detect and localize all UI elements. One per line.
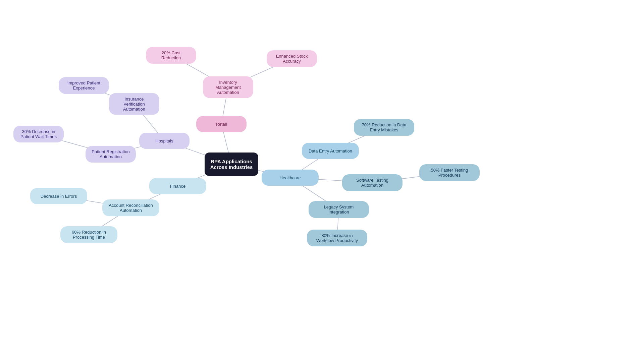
node-data_entry: Data Entry Automation	[302, 143, 359, 159]
node-enhanced_stock: Enhanced Stock Accuracy	[267, 50, 317, 67]
node-account_rec: Account Reconciliation Automation	[102, 199, 159, 216]
node-healthcare: Healthcare	[262, 170, 319, 186]
node-retail: Retail	[196, 116, 247, 132]
node-inventory: Inventory Management Automation	[203, 76, 253, 98]
node-legacy: Legacy System Integration	[309, 201, 369, 218]
node-decrease_errors: Decrease in Errors	[30, 188, 87, 204]
node-improved_patient: Improved Patient Experience	[59, 77, 109, 94]
node-software_testing: Software Testing Automation	[342, 174, 402, 191]
node-cost_reduction: 20% Cost Reduction	[146, 47, 196, 64]
node-reduction_mistakes: 70% Reduction in Data Entry Mistakes	[354, 119, 414, 136]
node-patient_reg: Patient Registration Automation	[86, 146, 136, 163]
connection-lines	[0, 0, 644, 363]
node-processing_time: 60% Reduction in Processing Time	[60, 226, 117, 243]
mindmap-container: RPA Applications Across IndustriesRetail…	[0, 0, 644, 363]
node-finance: Finance	[149, 178, 206, 194]
node-hospitals: Hospitals	[139, 133, 190, 149]
node-patient_wait: 30% Decrease in Patient Wait Times	[13, 126, 64, 142]
center-node: RPA Applications Across Industries	[205, 153, 258, 176]
node-workflow: 80% Increase in Workflow Productivity	[307, 230, 367, 246]
node-insurance: Insurance Verification Automation	[109, 93, 159, 115]
node-faster_testing: 50% Faster Testing Procedures	[419, 164, 480, 181]
